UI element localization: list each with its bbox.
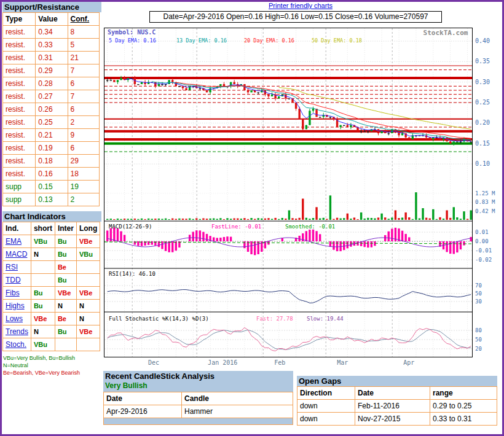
ci-inter-cell: Bu xyxy=(55,235,76,248)
svg-text:0.35: 0.35 xyxy=(475,58,490,64)
gap-row: downFeb-11-20160.29 to 0.25 xyxy=(297,400,497,413)
ci-inter-cell: Be xyxy=(55,261,76,274)
clipped-next-section xyxy=(103,418,293,425)
svg-text:Smoothed: -0.01: Smoothed: -0.01 xyxy=(285,224,335,230)
svg-text:MACD(12-26-9): MACD(12-26-9) xyxy=(109,224,152,230)
sr-value-cell: 0.34 xyxy=(36,26,68,39)
open-gaps-title: Open Gaps xyxy=(297,376,497,386)
sr-conf-cell: 21 xyxy=(68,52,99,64)
sr-type-cell: resist. xyxy=(3,155,36,168)
indicator-legend: VBu=Very Bullish, Bu=Bullish N=Neutral B… xyxy=(2,354,101,376)
sr-value-cell: 0.13 xyxy=(36,193,68,206)
svg-text:5 Day EMA: 0.16: 5 Day EMA: 0.16 xyxy=(109,37,156,44)
ci-col-ind: Ind. xyxy=(3,222,31,235)
candle-date-cell: Apr-29-2016 xyxy=(104,405,182,418)
ci-long-cell: N xyxy=(76,313,100,325)
candlestick-table: Date Candle Apr-29-2016Hammer xyxy=(103,392,293,418)
ci-long-cell: VBu xyxy=(76,248,100,261)
legend-line-bullish: VBu=Very Bullish, Bu=Bullish xyxy=(3,354,101,362)
indicator-link-lows[interactable]: Lows xyxy=(6,314,23,323)
ci-inter-cell: Bu xyxy=(55,274,76,287)
ci-inter-cell: Bu xyxy=(55,248,76,261)
svg-text:30: 30 xyxy=(475,298,482,305)
sr-type-cell: resist. xyxy=(3,52,36,64)
ci-short-cell: Bu xyxy=(31,300,55,313)
printer-friendly-link[interactable]: Printer friendly charts xyxy=(269,2,333,9)
sr-value-cell: 0.25 xyxy=(36,116,68,129)
svg-text:0.83 M: 0.83 M xyxy=(475,199,495,205)
ci-indicator-cell: Fibs xyxy=(3,287,31,300)
ci-indicator-cell: Highs xyxy=(3,300,31,313)
ci-row: MACDNBuVBu xyxy=(3,248,100,261)
sr-conf-cell: 9 xyxy=(68,129,99,142)
ci-long-cell: N xyxy=(76,300,100,313)
svg-text:0.42 M: 0.42 M xyxy=(475,208,495,214)
sr-type-cell: resist. xyxy=(3,168,36,181)
svg-text:50: 50 xyxy=(475,337,482,343)
sr-conf-cell: 6 xyxy=(68,77,99,90)
ci-row: TrendsNBuVBe xyxy=(3,325,100,338)
sr-col-conf-link[interactable]: Conf. xyxy=(68,13,99,26)
ci-short-cell: VBu xyxy=(31,338,55,351)
ci-indicator-cell: EMA xyxy=(3,235,31,248)
svg-text:0.25: 0.25 xyxy=(475,99,490,106)
sr-conf-cell: 18 xyxy=(68,168,99,181)
svg-text:Symbol: NUS.C: Symbol: NUS.C xyxy=(108,29,156,36)
stockta-page: Support/Resistance Type Value Conf. resi… xyxy=(0,0,504,436)
svg-text:FastLine: -0.01: FastLine: -0.01 xyxy=(211,224,261,230)
indicator-link-ema[interactable]: EMA xyxy=(6,237,22,246)
indicator-link-trends[interactable]: Trends xyxy=(6,327,28,336)
chart-indicators-title: Chart Indicators xyxy=(2,211,101,222)
sr-row: resist.0.252 xyxy=(3,116,100,129)
sr-row: resist.0.219 xyxy=(3,129,100,142)
ci-row: HighsBuNN xyxy=(3,300,100,313)
ci-short-cell xyxy=(31,261,55,274)
svg-text:Dec: Dec xyxy=(148,359,159,366)
svg-text:0.15: 0.15 xyxy=(475,140,490,147)
svg-text:13 Day EMA: 0.16: 13 Day EMA: 0.16 xyxy=(176,37,227,44)
ci-long-cell: VBe xyxy=(76,325,100,338)
sr-value-cell: 0.19 xyxy=(36,142,68,155)
support-resistance-table: Type Value Conf. resist.0.348resist.0.33… xyxy=(2,12,100,206)
sr-row: resist.0.3121 xyxy=(3,52,100,64)
sr-conf-cell: 6 xyxy=(68,103,99,116)
ci-indicator-cell: MACD xyxy=(3,248,31,261)
sr-row: resist.0.196 xyxy=(3,142,100,155)
svg-text:70: 70 xyxy=(475,282,482,289)
gap-range-cell: 0.33 to 0.31 xyxy=(430,413,497,426)
indicator-link-macd[interactable]: MACD xyxy=(6,250,27,259)
ci-indicator-cell: TDD xyxy=(3,274,31,287)
svg-text:Fast: 27.78: Fast: 27.78 xyxy=(256,316,293,322)
sr-row: resist.0.1618 xyxy=(3,168,100,181)
candle-row: Apr-29-2016Hammer xyxy=(104,405,293,418)
indicator-link-fibs[interactable]: Fibs xyxy=(6,289,20,297)
ci-header-row: Ind. short Inter Long xyxy=(3,222,100,235)
svg-text:Slow: 19.44: Slow: 19.44 xyxy=(307,316,344,322)
sr-value-cell: 0.15 xyxy=(36,181,68,193)
sr-type-cell: resist. xyxy=(3,90,36,103)
sr-conf-cell: 7 xyxy=(68,64,99,77)
sr-value-cell: 0.16 xyxy=(36,168,68,181)
candle-col-date: Date xyxy=(104,392,182,405)
indicator-link-tdd[interactable]: TDD xyxy=(6,276,21,284)
gap-direction-cell: down xyxy=(297,400,355,413)
indicator-link-stoch[interactable]: Stoch. xyxy=(6,340,26,349)
sr-value-cell: 0.21 xyxy=(36,129,68,142)
sr-col-type: Type xyxy=(3,13,36,26)
sr-row: resist.0.335 xyxy=(3,39,100,52)
sr-row: resist.0.1829 xyxy=(3,155,100,168)
sidebar: Support/Resistance Type Value Conf. resi… xyxy=(2,2,101,376)
ci-short-cell: VBu xyxy=(31,235,55,248)
open-gaps-table: Direction Date range downFeb-11-20160.29… xyxy=(297,386,497,426)
sr-type-cell: resist. xyxy=(3,77,36,90)
ci-long-cell xyxy=(76,338,100,351)
svg-text:RSI(14): 46.10: RSI(14): 46.10 xyxy=(109,271,156,277)
indicator-link-rsi[interactable]: RSI xyxy=(6,263,18,271)
candle-col-candle: Candle xyxy=(182,392,293,405)
indicator-link-highs[interactable]: Highs xyxy=(6,302,25,310)
sr-col-value: Value xyxy=(36,13,68,26)
sr-conf-cell: 29 xyxy=(68,155,99,168)
sr-conf-cell: 19 xyxy=(68,181,99,193)
gaps-col-date: Date xyxy=(355,387,430,400)
ci-long-cell: VBe xyxy=(76,235,100,248)
